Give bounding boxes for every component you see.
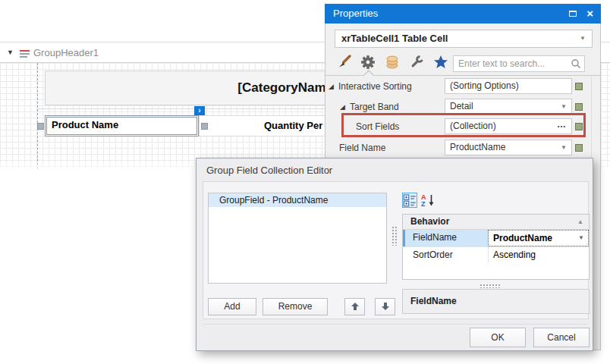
property-value-text: (Collection) (450, 121, 496, 131)
band-label: GroupHeader1 (33, 47, 99, 58)
grid-row-label[interactable]: FieldName (403, 230, 488, 246)
arrow-up-icon (351, 302, 360, 311)
property-value-field[interactable]: (Sorting Options) (445, 78, 572, 94)
property-label: Field Name (339, 143, 385, 153)
grid-row-label[interactable]: SortOrder (403, 247, 488, 263)
chevron-down-icon[interactable]: ▼ (561, 99, 567, 114)
svg-text:Z: Z (421, 200, 426, 208)
property-marker[interactable] (575, 123, 583, 130)
search-icon[interactable] (571, 58, 581, 72)
grid-row-value: Ascending (493, 249, 536, 260)
appearance-tab-brush-icon[interactable] (336, 55, 351, 70)
dialog-content-panel: GroupField - ProductName Add Remove (203, 181, 589, 319)
property-marker[interactable] (575, 83, 583, 90)
group-field-list[interactable]: GroupField - ProductName (208, 193, 387, 284)
dialog-property-grid: Behavior ▲ FieldName ProductName ▼ SortO… (402, 214, 590, 280)
property-value-text: ProductName (450, 142, 505, 152)
dialog-title-text: Group Field Collection Editor (206, 165, 332, 176)
band-collapse-icon[interactable]: ▼ (7, 49, 14, 56)
cell-drag-handle[interactable] (201, 123, 208, 130)
list-item[interactable]: GroupField - ProductName (209, 193, 386, 207)
button-separator (203, 324, 587, 325)
property-label: Sort Fields (356, 121, 399, 132)
grid-row-fieldname: FieldName ProductName ▼ (403, 230, 589, 246)
property-row-interactive-sorting: ◢ Interactive Sorting (Sorting Options) (325, 78, 600, 96)
category-label: Behavior (410, 216, 449, 227)
move-up-button[interactable] (344, 298, 365, 315)
property-value-field[interactable]: ProductName ▼ (445, 140, 572, 155)
properties-tab-gear-icon[interactable] (360, 55, 376, 70)
dialog-titlebar[interactable]: Group Field Collection Editor (197, 158, 593, 181)
component-selector-value: xrTableCell1 Table Cell (341, 33, 448, 44)
ok-button[interactable]: OK (470, 328, 526, 347)
group-header-band-icon (20, 48, 30, 61)
vertical-splitter[interactable] (391, 226, 397, 246)
group-field-collection-editor-dialog: Group Field Collection Editor GroupField… (196, 158, 593, 351)
search-input[interactable] (458, 57, 568, 71)
description-title: FieldName (403, 290, 589, 306)
close-icon[interactable]: × (586, 5, 593, 21)
move-down-button[interactable] (375, 298, 395, 315)
property-row-field-name: Field Name ProductName ▼ (325, 140, 600, 158)
property-value-field[interactable]: Detail ▼ (445, 99, 572, 115)
chevron-down-icon[interactable]: ▼ (561, 140, 567, 155)
table-cell-product-name[interactable]: Product Name (45, 115, 199, 136)
properties-title: Properties (333, 8, 378, 19)
behavior-tab-wrench-icon[interactable] (409, 55, 424, 70)
fieldname-value-combobox[interactable]: ProductName ▼ (488, 230, 589, 246)
properties-panel-titlebar[interactable]: Properties × (325, 4, 601, 24)
property-label: Target Band (350, 102, 399, 112)
ellipsis-button[interactable]: … (557, 118, 567, 132)
property-marker[interactable] (575, 103, 583, 111)
alphabetical-sort-button[interactable]: A Z (421, 193, 435, 208)
chevron-down-icon[interactable]: ▼ (578, 231, 584, 246)
favorites-tab-star-icon[interactable] (433, 55, 448, 70)
expander-icon[interactable]: ◢ (329, 83, 334, 90)
maximize-icon[interactable] (569, 11, 577, 17)
cancel-button[interactable]: Cancel (533, 328, 590, 347)
property-row-target-band: ◢ Target Band Detail ▼ (325, 99, 600, 117)
property-value-text: Detail (450, 101, 473, 111)
band-separator-line (37, 108, 325, 109)
horizontal-splitter[interactable] (480, 284, 501, 288)
remove-button[interactable]: Remove (263, 298, 328, 315)
property-marker[interactable] (575, 144, 583, 152)
property-search-box[interactable] (453, 55, 585, 72)
margin-guide-line (37, 63, 38, 173)
screenshot-canvas: ▼ GroupHeader1 [CategoryName] › Product … (0, 0, 610, 364)
arrow-down-icon (381, 302, 390, 311)
grid-row-sortorder: SortOrder Ascending (403, 246, 589, 263)
toolbar-separator (325, 75, 600, 76)
chevron-down-icon[interactable]: ▼ (580, 30, 586, 47)
collapse-icon[interactable]: ▲ (577, 215, 583, 229)
categorized-view-button[interactable] (402, 193, 417, 208)
property-description-panel: FieldName (402, 289, 590, 314)
property-value-text: (Sorting Options) (450, 80, 519, 91)
expander-icon[interactable]: ◢ (340, 103, 345, 111)
property-row-sort-fields: Sort Fields (Collection) … (325, 118, 600, 136)
data-tab-coins-icon[interactable] (385, 55, 400, 70)
grid-row-value-field[interactable]: Ascending (488, 247, 589, 263)
property-value-field[interactable]: (Collection) … (445, 118, 572, 134)
row-drag-handle[interactable] (37, 123, 44, 130)
component-selector-combobox[interactable]: xrTableCell1 Table Cell ▼ (335, 30, 593, 48)
property-label: Interactive Sorting (338, 81, 412, 92)
grid-row-value: ProductName (493, 233, 552, 243)
add-button[interactable]: Add (208, 298, 256, 315)
category-header-behavior[interactable]: Behavior ▲ (403, 215, 589, 230)
